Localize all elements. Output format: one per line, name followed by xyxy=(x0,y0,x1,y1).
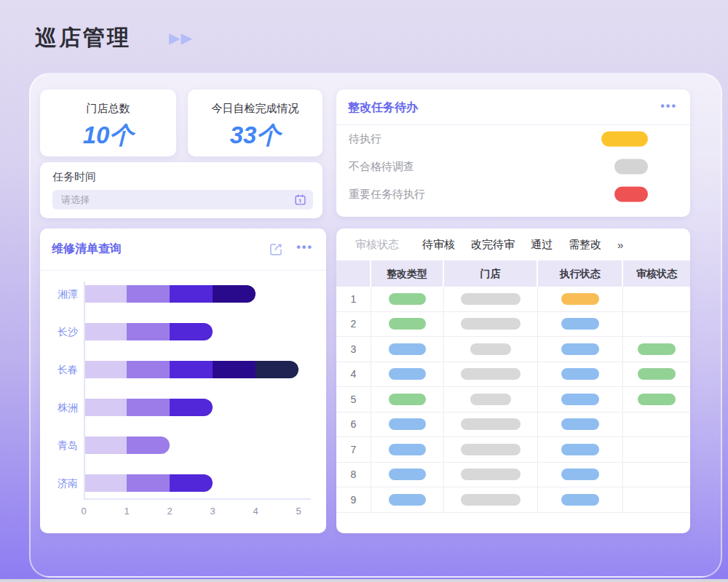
export-icon[interactable] xyxy=(269,242,284,256)
table-cell xyxy=(444,412,538,437)
table-cell xyxy=(444,437,538,462)
status-pill xyxy=(561,318,599,330)
table-cell xyxy=(444,463,538,487)
table-cell xyxy=(444,337,538,362)
table-cell: 7 xyxy=(336,437,371,462)
chart-category-label: 长春 xyxy=(40,361,78,378)
calendar-icon[interactable] xyxy=(294,194,306,206)
status-pill xyxy=(561,343,599,355)
status-pill xyxy=(470,394,511,405)
table-row[interactable]: 7 xyxy=(336,437,690,463)
chart-category-label: 湘潭 xyxy=(40,285,78,303)
table-column-header: 整改类型 xyxy=(371,260,444,287)
status-pill xyxy=(461,469,521,480)
bar-segment xyxy=(213,361,256,378)
filter-label: 审核状态 xyxy=(355,238,399,252)
table-row[interactable]: 8 xyxy=(336,463,690,488)
chart-category-label: 青岛 xyxy=(40,436,78,454)
status-pill xyxy=(461,418,521,430)
more-filters-chevron-icon[interactable]: » xyxy=(617,239,623,251)
task-time-label: 任务时间 xyxy=(52,170,96,184)
repair-list-card: 维修清单查询 ••• 湘潭长沙长春株洲青岛济南012345 xyxy=(40,228,326,533)
bar-segment xyxy=(84,361,127,378)
status-pill xyxy=(561,293,599,305)
chart-x-tick-label: 5 xyxy=(288,506,309,517)
table-row[interactable]: 5 xyxy=(336,387,690,412)
chart-bar-row: 株洲 xyxy=(40,399,317,416)
table-row[interactable]: 2 xyxy=(336,312,690,338)
table-cell xyxy=(371,312,444,337)
chart-bar-row: 济南 xyxy=(40,474,317,492)
bottom-edge-strip xyxy=(0,579,728,582)
bar-segment xyxy=(127,323,170,340)
table-row[interactable]: 9 xyxy=(336,487,690,513)
review-table-card: 审核状态 待审核改完待审通过需整改 » 整改类型门店执行状态审核状态 12345… xyxy=(336,228,690,533)
task-time-select[interactable] xyxy=(52,190,313,210)
todo-card: 整改任务待办 ••• 待执行不合格待调查重要任务待执行 xyxy=(336,89,690,217)
table-row[interactable]: 3 xyxy=(336,337,690,362)
row-number: 4 xyxy=(351,368,357,380)
todo-card-header: 整改任务待办 ••• xyxy=(336,89,690,125)
filter-tab[interactable]: 待审核 xyxy=(422,238,455,252)
table-cell xyxy=(538,463,623,487)
status-pill xyxy=(638,394,676,405)
bar-segment xyxy=(127,436,170,454)
todo-item-label: 重要任务待执行 xyxy=(349,188,425,202)
table-cell: 5 xyxy=(336,387,371,412)
filter-tab[interactable]: 改完待审 xyxy=(471,238,515,252)
chart-bar-row: 长春 xyxy=(40,361,317,378)
stacked-bar xyxy=(84,436,170,454)
table-cell: 2 xyxy=(336,312,371,337)
table-cell: 3 xyxy=(336,337,371,362)
table-cell xyxy=(444,362,538,387)
table-cell xyxy=(623,437,690,462)
ellipsis-menu-icon[interactable]: ••• xyxy=(660,100,677,113)
table-cell xyxy=(538,487,623,512)
table-cell xyxy=(444,312,538,337)
chart-x-tick-label: 3 xyxy=(202,506,223,517)
status-pill xyxy=(561,418,599,430)
table-cell xyxy=(538,362,623,387)
table-cell xyxy=(371,387,444,412)
chart-x-axis xyxy=(84,498,311,500)
table-cell xyxy=(538,387,623,412)
repair-card-header: 维修清单查询 ••• xyxy=(40,228,326,271)
task-time-input[interactable] xyxy=(52,190,313,210)
bar-segment xyxy=(170,323,213,340)
status-pill xyxy=(461,368,521,380)
table-cell xyxy=(371,412,444,437)
stat-card-store-total: 门店总数 10个 xyxy=(40,89,176,156)
bar-segment xyxy=(170,285,213,303)
table-cell xyxy=(444,487,538,512)
stat-value: 10个 xyxy=(40,119,176,152)
status-pill xyxy=(389,494,426,506)
filter-tab[interactable]: 需整改 xyxy=(569,238,601,252)
stat-label: 今日自检完成情况 xyxy=(188,102,323,116)
ellipsis-menu-icon[interactable]: ••• xyxy=(296,241,313,254)
table-cell xyxy=(371,463,444,487)
table-cell xyxy=(371,287,444,311)
table-cell: 1 xyxy=(336,287,371,311)
table-row[interactable]: 1 xyxy=(336,287,690,312)
todo-item: 待执行 xyxy=(336,125,690,153)
stat-card-self-check: 今日自检完成情况 33个 xyxy=(188,89,323,156)
status-pill xyxy=(470,343,511,355)
todo-status-pill xyxy=(601,132,648,147)
chart-x-tick-label: 0 xyxy=(73,506,95,517)
filter-tab[interactable]: 通过 xyxy=(531,238,553,252)
status-pill xyxy=(389,318,426,330)
bar-segment xyxy=(84,323,127,340)
bar-segment xyxy=(170,361,213,378)
table-cell xyxy=(371,337,444,362)
table-row[interactable]: 4 xyxy=(336,362,690,388)
double-arrow-icon: ▶▶ xyxy=(169,29,193,47)
row-number: 5 xyxy=(351,394,357,405)
todo-item: 不合格待调查 xyxy=(336,153,690,180)
table-cell xyxy=(623,387,690,412)
table-cell xyxy=(444,287,538,311)
repair-stacked-bar-chart: 湘潭长沙长春株洲青岛济南012345 xyxy=(40,270,326,532)
table-column-header: 审核状态 xyxy=(623,260,690,287)
stat-value: 33个 xyxy=(188,119,323,152)
chart-x-tick-label: 4 xyxy=(245,506,266,517)
table-row[interactable]: 6 xyxy=(336,412,690,438)
